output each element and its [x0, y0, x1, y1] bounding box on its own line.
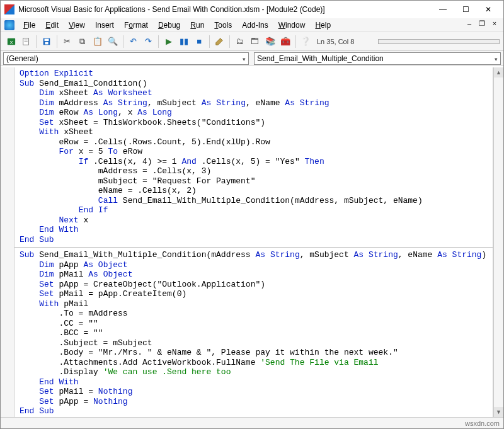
paste-icon[interactable]: 📋 — [91, 35, 104, 49]
menu-run[interactable]: Run — [185, 20, 209, 31]
object-browser-icon[interactable]: 📚 — [263, 35, 277, 49]
toolbar: X ✂ ⧉ 📋 🔍 ↶ ↷ ▶ ▮▮ ■ 🗂 🗔 📚 🧰 ❔ Ln 35, Co… — [1, 32, 503, 51]
properties-window-icon[interactable]: 🗔 — [248, 35, 261, 49]
watermark-label: wsxdn.com — [465, 420, 500, 427]
menu-debug[interactable]: Debug — [153, 20, 185, 31]
code-pane: Option Explicit Sub Send_Email_Condition… — [1, 67, 503, 417]
mdi-restore-button[interactable]: ❐ — [477, 20, 487, 28]
menu-view[interactable]: View — [64, 20, 90, 31]
mdi-minimize-button[interactable]: – — [464, 20, 474, 28]
redo-icon[interactable]: ↷ — [142, 35, 155, 49]
scroll-down-icon[interactable]: ▼ — [494, 407, 503, 417]
menu-addins[interactable]: Add-Ins — [237, 20, 273, 31]
mdi-window-buttons: – ❐ × — [464, 20, 500, 28]
mdi-close-button[interactable]: × — [490, 20, 500, 28]
menu-format[interactable]: Format — [119, 20, 153, 31]
vertical-scrollbar[interactable]: ▲ ▼ — [493, 67, 503, 417]
code-gutter — [1, 67, 14, 417]
menu-edit[interactable]: Edit — [40, 20, 64, 31]
toolbar-progress — [378, 39, 500, 44]
chevron-down-icon — [495, 54, 498, 63]
close-button[interactable]: ✕ — [477, 2, 500, 17]
find-icon[interactable]: 🔍 — [106, 35, 119, 49]
menubar: File Edit View Insert Format Debug Run T… — [1, 18, 503, 32]
scroll-track[interactable] — [494, 77, 503, 407]
procedure-dropdown[interactable]: Send_Email_With_Multiple_Condition — [254, 52, 501, 65]
copy-icon[interactable]: ⧉ — [76, 35, 89, 49]
vba-doc-icon — [4, 20, 14, 30]
insert-module-icon[interactable] — [20, 35, 33, 49]
run-icon[interactable]: ▶ — [162, 35, 175, 49]
minimize-button[interactable]: — — [432, 2, 454, 17]
menu-file[interactable]: File — [18, 20, 40, 31]
menu-insert[interactable]: Insert — [90, 20, 119, 31]
chevron-down-icon — [243, 54, 246, 63]
save-icon[interactable] — [40, 35, 53, 49]
titlebar: Microsoft Visual Basic for Applications … — [1, 1, 503, 18]
project-explorer-icon[interactable]: 🗂 — [233, 35, 246, 49]
vba-app-icon — [4, 4, 14, 14]
object-dropdown-value: (General) — [6, 54, 38, 63]
svg-marker-8 — [216, 38, 223, 45]
procedure-dropdown-value: Send_Email_With_Multiple_Condition — [257, 54, 384, 63]
svg-text:X: X — [9, 39, 13, 45]
window-title: Microsoft Visual Basic for Applications … — [18, 5, 432, 14]
object-dropdown[interactable]: (General) — [3, 52, 249, 65]
menu-help[interactable]: Help — [310, 20, 336, 31]
menu-tools[interactable]: Tools — [209, 20, 237, 31]
design-mode-icon[interactable] — [213, 35, 226, 49]
scroll-up-icon[interactable]: ▲ — [494, 67, 503, 77]
help-icon[interactable]: ❔ — [299, 35, 312, 49]
reset-icon[interactable]: ■ — [192, 35, 205, 49]
view-excel-icon[interactable]: X — [4, 35, 18, 49]
maximize-button[interactable]: ☐ — [454, 2, 477, 17]
cursor-position-label: Ln 35, Col 8 — [317, 38, 374, 45]
menu-window[interactable]: Window — [273, 20, 311, 31]
footer-strip: wsxdn.com — [1, 417, 503, 428]
break-icon[interactable]: ▮▮ — [177, 35, 190, 49]
svg-rect-6 — [45, 38, 49, 41]
code-dropdowns: (General) Send_Email_With_Multiple_Condi… — [1, 51, 503, 66]
undo-icon[interactable]: ↶ — [127, 35, 140, 49]
cut-icon[interactable]: ✂ — [60, 35, 74, 49]
toolbox-icon[interactable]: 🧰 — [279, 35, 292, 49]
code-editor[interactable]: Option Explicit Sub Send_Email_Condition… — [14, 67, 493, 417]
svg-rect-7 — [45, 42, 48, 44]
